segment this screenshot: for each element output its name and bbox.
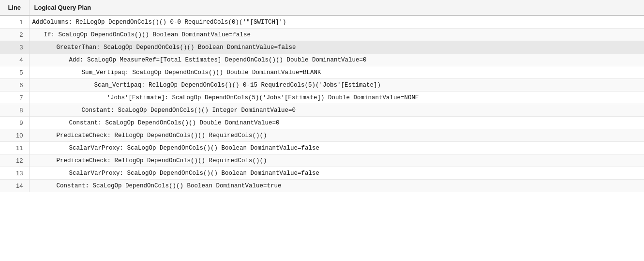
query-plan-text: Constant: ScaLogOp DependOnCols()() Doub… [29,117,644,129]
table-row: 3GreaterThan: ScaLogOp DependOnCols()() … [0,41,644,54]
query-plan-table: Line Logical Query Plan 1AddColumns: Rel… [0,0,644,192]
line-number: 5 [0,66,29,79]
query-plan-text: Scan_Vertipaq: RelLogOp DependOnCols()()… [29,79,644,92]
line-number: 4 [0,54,29,66]
query-plan-text: 'Jobs'[Estimate]: ScaLogOp DependOnCols(… [29,92,644,104]
line-number: 13 [0,167,29,180]
table-row: 10PredicateCheck: RelLogOp DependOnCols(… [0,129,644,142]
query-plan-text: AddColumns: RelLogOp DependOnCols()() 0-… [29,15,644,29]
plan-column-header: Logical Query Plan [29,0,644,15]
table-row: 5Sum_Vertipaq: ScaLogOp DependOnCols()()… [0,66,644,79]
query-plan-text: If: ScaLogOp DependOnCols()() Boolean Do… [29,29,644,41]
query-plan-text: Sum_Vertipaq: ScaLogOp DependOnCols()() … [29,66,644,79]
table-row: 11ScalarVarProxy: ScaLogOp DependOnCols(… [0,142,644,154]
line-number: 2 [0,29,29,41]
query-plan-text: Constant: ScaLogOp DependOnCols()() Inte… [29,104,644,117]
line-number: 8 [0,104,29,117]
table-row: 13ScalarVarProxy: ScaLogOp DependOnCols(… [0,167,644,180]
table-row: 14Constant: ScaLogOp DependOnCols()() Bo… [0,180,644,192]
query-plan-text: ScalarVarProxy: ScaLogOp DependOnCols()(… [29,142,644,154]
line-number: 1 [0,15,29,29]
query-plan-text: PredicateCheck: RelLogOp DependOnCols()(… [29,154,644,167]
table-row: 9Constant: ScaLogOp DependOnCols()() Dou… [0,117,644,129]
line-number: 10 [0,129,29,142]
line-number: 12 [0,154,29,167]
line-number: 7 [0,92,29,104]
query-plan-text: GreaterThan: ScaLogOp DependOnCols()() B… [29,41,644,54]
query-plan-text: Constant: ScaLogOp DependOnCols()() Bool… [29,180,644,192]
query-plan-text: PredicateCheck: RelLogOp DependOnCols()(… [29,129,644,142]
query-plan-text: Add: ScaLogOp MeasureRef=[Total Estimate… [29,54,644,66]
table-header-row: Line Logical Query Plan [0,0,644,15]
line-column-header: Line [0,0,29,15]
table-row: 4Add: ScaLogOp MeasureRef=[Total Estimat… [0,54,644,66]
line-number: 3 [0,41,29,54]
query-plan-text: ScalarVarProxy: ScaLogOp DependOnCols()(… [29,167,644,180]
table-row: 12PredicateCheck: RelLogOp DependOnCols(… [0,154,644,167]
line-number: 14 [0,180,29,192]
table-row: 7'Jobs'[Estimate]: ScaLogOp DependOnCols… [0,92,644,104]
table-row: 1AddColumns: RelLogOp DependOnCols()() 0… [0,15,644,29]
line-number: 11 [0,142,29,154]
line-number: 9 [0,117,29,129]
table-row: 8Constant: ScaLogOp DependOnCols()() Int… [0,104,644,117]
table-row: 6Scan_Vertipaq: RelLogOp DependOnCols()(… [0,79,644,92]
table-row: 2If: ScaLogOp DependOnCols()() Boolean D… [0,29,644,41]
line-number: 6 [0,79,29,92]
